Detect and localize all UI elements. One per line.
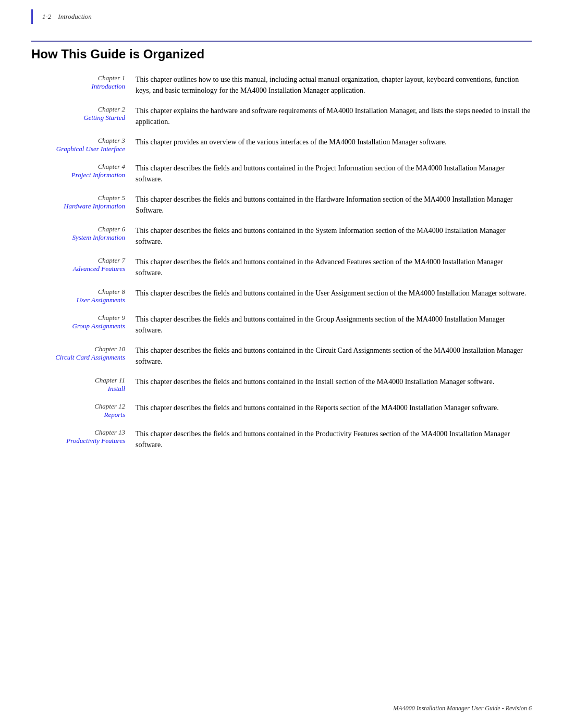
section-divider [31,41,532,42]
header-breadcrumb: 1-2 Introduction [42,13,92,21]
chapter-num-5: Chapter 5 [31,194,125,202]
chapter-name-6[interactable]: System Information [31,233,125,242]
chapter-name-4[interactable]: Project Information [31,171,125,179]
chapter-row-12: Chapter 12ReportsThis chapter describes … [31,402,532,419]
chapter-num-4: Chapter 4 [31,163,125,171]
chapter-num-3: Chapter 3 [31,137,125,145]
chapter-name-12[interactable]: Reports [31,411,125,419]
content-area: Chapter 1IntroductionThis chapter outlin… [0,74,563,450]
chapter-label-col-11: Chapter 11Install [31,376,136,393]
chapter-desc-12: This chapter describes the fields and bu… [136,402,532,413]
section-title: How This Guide is Organized [31,47,532,61]
chapter-row-5: Chapter 5Hardware InformationThis chapte… [31,194,532,216]
chapter-desc-8: This chapter describes the fields and bu… [136,288,532,299]
chapter-row-7: Chapter 7Advanced FeaturesThis chapter d… [31,256,532,278]
chapter-num-11: Chapter 11 [31,376,125,385]
chapter-row-8: Chapter 8User AssignmentsThis chapter de… [31,288,532,304]
chapter-label-col-8: Chapter 8User Assignments [31,288,136,304]
chapter-label-col-1: Chapter 1Introduction [31,74,136,91]
header-bar: 1-2 Introduction [0,0,563,30]
chapter-row-9: Chapter 9Group AssignmentsThis chapter d… [31,314,532,336]
chapter-label-col-9: Chapter 9Group Assignments [31,314,136,330]
chapter-name-9[interactable]: Group Assignments [31,322,125,330]
chapter-label-col-2: Chapter 2Getting Started [31,105,136,122]
chapter-num-8: Chapter 8 [31,288,125,296]
page-num: 1-2 [42,13,51,20]
chapter-row-10: Chapter 10Circuit Card AssignmentsThis c… [31,345,532,367]
chapter-name-3[interactable]: Graphical User Interface [31,145,125,153]
chapter-label-col-10: Chapter 10Circuit Card Assignments [31,345,136,362]
chapter-name-10[interactable]: Circuit Card Assignments [31,353,125,362]
chapter-name-1[interactable]: Introduction [31,82,125,91]
chapter-row-13: Chapter 13Productivity FeaturesThis chap… [31,428,532,450]
chapter-label-col-5: Chapter 5Hardware Information [31,194,136,211]
chapter-label-col-6: Chapter 6System Information [31,225,136,242]
chapter-name-11[interactable]: Install [31,385,125,393]
chapter-name-7[interactable]: Advanced Features [31,265,125,273]
chapter-num-10: Chapter 10 [31,345,125,353]
chapter-label-col-12: Chapter 12Reports [31,402,136,419]
chapter-desc-4: This chapter describes the fields and bu… [136,163,532,184]
chapter-desc-10: This chapter describes the fields and bu… [136,345,532,367]
chapter-row-11: Chapter 11InstallThis chapter describes … [31,376,532,393]
chapter-desc-1: This chapter outlines how to use this ma… [136,74,532,96]
breadcrumb-text: Introduction [58,13,92,20]
chapter-desc-7: This chapter describes the fields and bu… [136,256,532,278]
chapter-num-1: Chapter 1 [31,74,125,82]
section-title-area: How This Guide is Organized [0,30,563,61]
chapter-row-6: Chapter 6System InformationThis chapter … [31,225,532,247]
chapter-desc-13: This chapter describes the fields and bu… [136,428,532,450]
chapter-desc-9: This chapter describes the fields and bu… [136,314,532,336]
chapter-name-8[interactable]: User Assignments [31,296,125,304]
footer-area: MA4000 Installation Manager User Guide -… [0,705,563,712]
chapter-num-7: Chapter 7 [31,256,125,265]
chapter-num-9: Chapter 9 [31,314,125,322]
chapter-name-2[interactable]: Getting Started [31,114,125,122]
chapter-num-12: Chapter 12 [31,402,125,411]
chapter-row-3: Chapter 3Graphical User InterfaceThis ch… [31,137,532,153]
chapter-row-1: Chapter 1IntroductionThis chapter outlin… [31,74,532,96]
header-vertical-line [31,9,33,24]
chapter-label-col-4: Chapter 4Project Information [31,163,136,179]
chapter-desc-5: This chapter describes the fields and bu… [136,194,532,216]
chapter-name-13[interactable]: Productivity Features [31,437,125,445]
chapter-desc-11: This chapter describes the fields and bu… [136,376,532,387]
chapter-desc-2: This chapter explains the hardware and s… [136,105,532,127]
chapter-num-6: Chapter 6 [31,225,125,233]
chapter-name-5[interactable]: Hardware Information [31,202,125,211]
chapter-label-col-3: Chapter 3Graphical User Interface [31,137,136,153]
chapter-desc-3: This chapter provides an overview of the… [136,137,532,147]
chapter-desc-6: This chapter describes the fields and bu… [136,225,532,247]
chapter-label-col-13: Chapter 13Productivity Features [31,428,136,445]
footer-text: MA4000 Installation Manager User Guide -… [393,705,532,712]
chapter-label-col-7: Chapter 7Advanced Features [31,256,136,273]
chapter-num-13: Chapter 13 [31,428,125,437]
page-container: 1-2 Introduction How This Guide is Organ… [0,0,563,728]
chapter-row-2: Chapter 2Getting StartedThis chapter exp… [31,105,532,127]
chapter-row-4: Chapter 4Project InformationThis chapter… [31,163,532,184]
chapter-num-2: Chapter 2 [31,105,125,114]
